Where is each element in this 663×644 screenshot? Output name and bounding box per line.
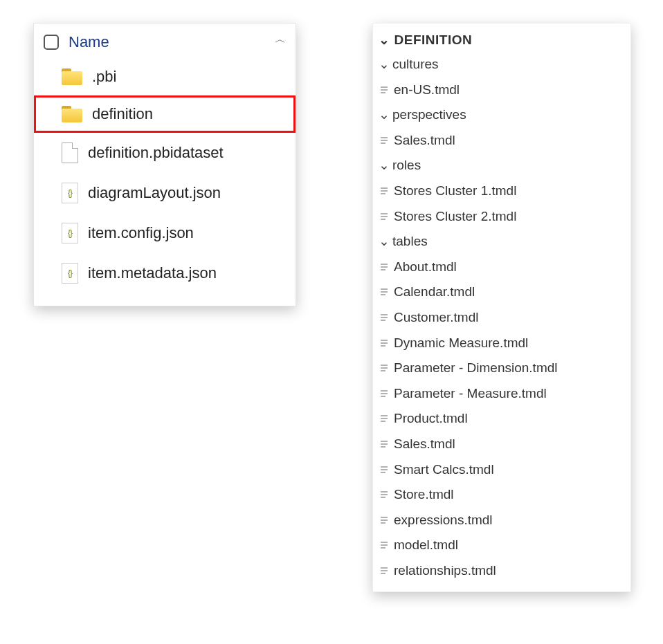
file-lines-icon — [379, 131, 390, 150]
file-name-label: .pbi — [92, 68, 116, 86]
file-lines-icon — [379, 536, 390, 555]
file-lines-icon — [379, 208, 390, 226]
tree-file[interactable]: model.tmdl — [373, 533, 630, 558]
file-label: expressions.tmdl — [394, 511, 493, 530]
file-label: Sales.tmdl — [394, 131, 455, 150]
tree-file[interactable]: Customer.tmdl — [373, 305, 630, 331]
chevron-up-icon[interactable]: ︿ — [275, 33, 286, 47]
file-label: Parameter - Measure.tmdl — [394, 385, 547, 403]
tree-file[interactable]: Smart Calcs.tmdl — [373, 457, 630, 483]
file-label: model.tmdl — [394, 536, 458, 555]
file-lines-icon — [379, 511, 390, 530]
file-label: en-US.tmdl — [394, 81, 460, 100]
folder-icon — [62, 106, 82, 122]
file-row[interactable]: {}diagramLayout.json — [34, 173, 296, 213]
file-lines-icon — [379, 309, 390, 327]
file-label: relationships.tmdl — [394, 562, 496, 580]
chevron-down-icon: ⌄ — [379, 106, 388, 125]
explorer-header: Name ︿ — [34, 28, 296, 58]
tree-file[interactable]: Sales.tmdl — [373, 128, 630, 154]
chevron-down-icon: ⌄ — [379, 232, 388, 251]
file-label: About.tmdl — [394, 258, 457, 277]
tree-file[interactable]: Parameter - Measure.tmdl — [373, 381, 630, 407]
tree-file[interactable]: Sales.tmdl — [373, 432, 630, 457]
folder-row[interactable]: definition — [34, 95, 296, 133]
file-label: Sales.tmdl — [394, 435, 455, 454]
file-row[interactable]: definition.pbidataset — [34, 133, 296, 173]
file-lines-icon — [379, 182, 390, 201]
file-lines-icon — [379, 385, 390, 403]
tree-file[interactable]: Stores Cluster 2.tmdl — [373, 204, 630, 230]
file-label: Stores Cluster 2.tmdl — [394, 208, 516, 226]
tree-folder[interactable]: ⌄roles — [373, 153, 630, 178]
tree-file[interactable]: en-US.tmdl — [373, 77, 630, 103]
chevron-down-icon: ⌄ — [379, 156, 388, 175]
tree-file[interactable]: About.tmdl — [373, 255, 630, 280]
tree-folder[interactable]: ⌄cultures — [373, 52, 630, 77]
file-lines-icon — [379, 435, 390, 454]
file-lines-icon — [379, 562, 390, 580]
chevron-down-icon: ⌄ — [379, 32, 390, 48]
file-name-label: definition.pbidataset — [88, 144, 224, 162]
file-lines-icon — [379, 486, 390, 504]
tree-file[interactable]: Parameter - Dimension.tmdl — [373, 356, 630, 381]
file-row[interactable]: {}item.config.json — [34, 213, 296, 253]
file-row[interactable]: {}item.metadata.json — [34, 253, 296, 293]
vscode-explorer-panel: ⌄ DEFINITION ⌄culturesen-US.tmdl⌄perspec… — [372, 23, 631, 592]
folder-label: cultures — [392, 55, 439, 74]
json-file-icon: {} — [62, 223, 78, 243]
folder-label: roles — [392, 156, 421, 175]
file-name-label: item.config.json — [88, 224, 194, 242]
folder-label: perspectives — [392, 106, 466, 125]
tree-file[interactable]: Dynamic Measure.tmdl — [373, 331, 630, 356]
folder-icon — [62, 68, 82, 85]
file-name-label: item.metadata.json — [88, 264, 217, 282]
select-all-checkbox[interactable] — [44, 35, 59, 50]
file-lines-icon — [379, 461, 390, 479]
file-label: Calendar.tmdl — [394, 283, 475, 302]
tree-folder[interactable]: ⌄perspectives — [373, 102, 630, 128]
file-label: Product.tmdl — [394, 410, 468, 428]
file-label: Dynamic Measure.tmdl — [394, 334, 528, 353]
file-lines-icon — [379, 258, 390, 277]
file-lines-icon — [379, 410, 390, 428]
tree-file[interactable]: Product.tmdl — [373, 406, 630, 432]
column-name[interactable]: Name — [69, 33, 109, 51]
file-icon — [62, 142, 78, 163]
folder-label: tables — [392, 232, 428, 251]
file-label: Store.tmdl — [394, 486, 454, 504]
file-lines-icon — [379, 334, 390, 353]
root-label: DEFINITION — [394, 33, 473, 48]
chevron-down-icon: ⌄ — [379, 55, 388, 74]
file-name-label: definition — [92, 105, 153, 123]
json-file-icon: {} — [62, 183, 78, 203]
file-lines-icon — [379, 283, 390, 302]
file-label: Stores Cluster 1.tmdl — [394, 182, 516, 201]
file-label: Customer.tmdl — [394, 309, 478, 327]
file-explorer-panel: Name ︿ .pbidefinitiondefinition.pbidatas… — [33, 23, 296, 306]
file-lines-icon — [379, 81, 390, 100]
tree-file[interactable]: relationships.tmdl — [373, 558, 630, 584]
tree-folder[interactable]: ⌄tables — [373, 229, 630, 255]
folder-row[interactable]: .pbi — [34, 58, 296, 95]
tree-file[interactable]: Stores Cluster 1.tmdl — [373, 178, 630, 204]
tree-file[interactable]: Calendar.tmdl — [373, 279, 630, 305]
tree-file[interactable]: expressions.tmdl — [373, 508, 630, 533]
tree-root[interactable]: ⌄ DEFINITION — [373, 28, 630, 52]
file-label: Smart Calcs.tmdl — [394, 461, 494, 479]
tree-file[interactable]: Store.tmdl — [373, 482, 630, 508]
json-file-icon: {} — [62, 263, 78, 284]
file-label: Parameter - Dimension.tmdl — [394, 359, 558, 378]
file-lines-icon — [379, 359, 390, 378]
file-name-label: diagramLayout.json — [88, 184, 221, 202]
